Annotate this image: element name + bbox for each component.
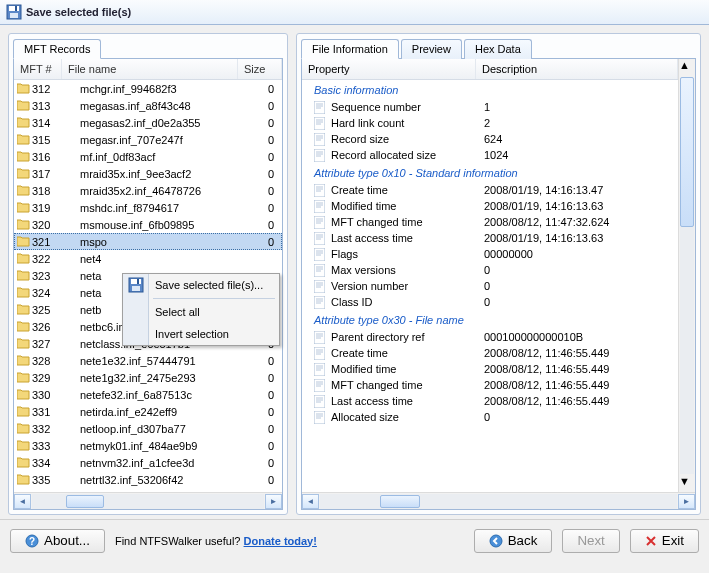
table-row[interactable]: 334netnvm32.inf_a1cfee3d0 bbox=[14, 454, 282, 471]
table-row[interactable]: 332netloop.inf_d307ba770 bbox=[14, 420, 282, 437]
scroll-right-icon[interactable]: ► bbox=[265, 494, 282, 509]
property-row[interactable]: Modified time2008/08/12, 11:46:55.449 bbox=[302, 361, 678, 377]
folder-icon bbox=[16, 134, 30, 145]
cell-mft: 323 bbox=[30, 270, 76, 282]
table-row[interactable]: 333netmyk01.inf_484ae9b90 bbox=[14, 437, 282, 454]
svg-rect-24 bbox=[132, 286, 140, 291]
vertical-scrollbar[interactable]: ▲ ▼ bbox=[678, 59, 695, 492]
save-icon[interactable] bbox=[6, 4, 22, 20]
cell-filename: nete1e32.inf_57444791 bbox=[76, 355, 244, 367]
folder-icon bbox=[16, 440, 30, 451]
property-row[interactable]: Flags00000000 bbox=[302, 246, 678, 262]
cell-mft: 315 bbox=[30, 134, 76, 146]
property-value: 0 bbox=[484, 280, 678, 292]
property-value: 2 bbox=[484, 117, 678, 129]
file-icon bbox=[314, 232, 328, 245]
about-button[interactable]: ? About... bbox=[10, 529, 105, 553]
file-icon bbox=[314, 379, 328, 392]
table-row[interactable]: 313megasas.inf_a8f43c480 bbox=[14, 97, 282, 114]
table-row[interactable]: 322net4 bbox=[14, 250, 282, 267]
property-key: Create time bbox=[328, 184, 484, 196]
table-row[interactable]: 317mraid35x.inf_9ee3acf20 bbox=[14, 165, 282, 182]
table-row[interactable]: 330netefe32.inf_6a87513c0 bbox=[14, 386, 282, 403]
tab-hex[interactable]: Hex Data bbox=[464, 39, 532, 59]
cell-mft: 318 bbox=[30, 185, 76, 197]
property-row[interactable]: Create time2008/08/12, 11:46:55.449 bbox=[302, 345, 678, 361]
table-row[interactable]: 315megasr.inf_707e247f0 bbox=[14, 131, 282, 148]
property-row[interactable]: Record allocated size1024 bbox=[302, 147, 678, 163]
toolbar-title[interactable]: Save selected file(s) bbox=[26, 6, 131, 18]
scroll-left-icon[interactable]: ◄ bbox=[14, 494, 31, 509]
cell-filename: mf.inf_0df83acf bbox=[76, 151, 244, 163]
scroll-thumb[interactable] bbox=[380, 495, 420, 508]
property-row[interactable]: Class ID0 bbox=[302, 294, 678, 310]
scroll-thumb[interactable] bbox=[680, 77, 694, 227]
cell-filename: net4 bbox=[76, 253, 244, 265]
scroll-thumb[interactable] bbox=[66, 495, 104, 508]
property-key: Create time bbox=[328, 347, 484, 359]
table-row[interactable]: 328nete1e32.inf_574447910 bbox=[14, 352, 282, 369]
horizontal-scrollbar[interactable]: ◄ ► bbox=[302, 492, 695, 509]
property-row[interactable]: Version number0 bbox=[302, 278, 678, 294]
scroll-up-icon[interactable]: ▲ bbox=[679, 59, 695, 76]
folder-icon bbox=[16, 83, 30, 94]
scroll-right-icon[interactable]: ► bbox=[678, 494, 695, 509]
table-row[interactable]: 316mf.inf_0df83acf0 bbox=[14, 148, 282, 165]
donate-link[interactable]: Donate today! bbox=[244, 535, 317, 547]
cell-mft: 326 bbox=[30, 321, 76, 333]
cell-mft: 334 bbox=[30, 457, 76, 469]
menu-select-all[interactable]: Select all bbox=[123, 301, 279, 323]
cell-mft: 320 bbox=[30, 219, 76, 231]
col-description[interactable]: Description bbox=[476, 59, 678, 79]
property-row[interactable]: MFT changed time2008/08/12, 11:46:55.449 bbox=[302, 377, 678, 393]
table-row[interactable]: 329nete1g32.inf_2475e2930 bbox=[14, 369, 282, 386]
folder-icon bbox=[16, 321, 30, 332]
property-row[interactable]: Last access time2008/01/19, 14:16:13.63 bbox=[302, 230, 678, 246]
button-label: About... bbox=[44, 533, 90, 548]
menu-invert-selection[interactable]: Invert selection bbox=[123, 323, 279, 345]
table-row[interactable]: 321mspo0 bbox=[14, 233, 282, 250]
col-mft[interactable]: MFT # bbox=[14, 59, 62, 79]
table-row[interactable]: 331netirda.inf_e242eff90 bbox=[14, 403, 282, 420]
folder-icon bbox=[16, 389, 30, 400]
help-icon: ? bbox=[25, 534, 39, 548]
col-size[interactable]: Size bbox=[238, 59, 282, 79]
scroll-down-icon[interactable]: ▼ bbox=[679, 475, 695, 492]
property-row[interactable]: Parent directory ref000100000000010B bbox=[302, 329, 678, 345]
table-row[interactable]: 312mchgr.inf_994682f30 bbox=[14, 80, 282, 97]
property-row[interactable]: Last access time2008/08/12, 11:46:55.449 bbox=[302, 393, 678, 409]
menu-item-label: Select all bbox=[155, 306, 200, 318]
tab-preview[interactable]: Preview bbox=[401, 39, 462, 59]
tab-file-info[interactable]: File Information bbox=[301, 39, 399, 59]
cell-mft: 333 bbox=[30, 440, 76, 452]
folder-icon bbox=[16, 219, 30, 230]
table-row[interactable]: 335netrtl32.inf_53206f420 bbox=[14, 471, 282, 488]
property-row[interactable]: Record size624 bbox=[302, 131, 678, 147]
property-row[interactable]: Allocated size0 bbox=[302, 409, 678, 425]
cell-size: 0 bbox=[244, 474, 280, 486]
col-property[interactable]: Property bbox=[302, 59, 476, 79]
scroll-left-icon[interactable]: ◄ bbox=[302, 494, 319, 509]
property-value: 1 bbox=[484, 101, 678, 113]
property-row[interactable]: Max versions0 bbox=[302, 262, 678, 278]
property-key: Version number bbox=[328, 280, 484, 292]
property-row[interactable]: Modified time2008/01/19, 14:16:13.63 bbox=[302, 198, 678, 214]
table-row[interactable]: 318mraid35x2.inf_464787260 bbox=[14, 182, 282, 199]
property-value: 2008/01/19, 14:16:13.47 bbox=[484, 184, 678, 196]
property-key: Flags bbox=[328, 248, 484, 260]
exit-button[interactable]: Exit bbox=[630, 529, 699, 553]
property-value: 2008/08/12, 11:47:32.624 bbox=[484, 216, 678, 228]
horizontal-scrollbar[interactable]: ◄ ► bbox=[14, 492, 282, 509]
table-row[interactable]: 319mshdc.inf_f87946170 bbox=[14, 199, 282, 216]
property-row[interactable]: Create time2008/01/19, 14:16:13.47 bbox=[302, 182, 678, 198]
back-button[interactable]: Back bbox=[474, 529, 553, 553]
col-filename[interactable]: File name bbox=[62, 59, 238, 79]
menu-save-selected[interactable]: Save selected file(s)... bbox=[123, 274, 279, 296]
tab-mft-records[interactable]: MFT Records bbox=[13, 39, 101, 59]
property-row[interactable]: Sequence number1 bbox=[302, 99, 678, 115]
property-row[interactable]: MFT changed time2008/08/12, 11:47:32.624 bbox=[302, 214, 678, 230]
property-row[interactable]: Hard link count2 bbox=[302, 115, 678, 131]
table-row[interactable]: 314megasas2.inf_d0e2a3550 bbox=[14, 114, 282, 131]
next-button[interactable]: Next bbox=[562, 529, 619, 553]
table-row[interactable]: 320msmouse.inf_6fb098950 bbox=[14, 216, 282, 233]
